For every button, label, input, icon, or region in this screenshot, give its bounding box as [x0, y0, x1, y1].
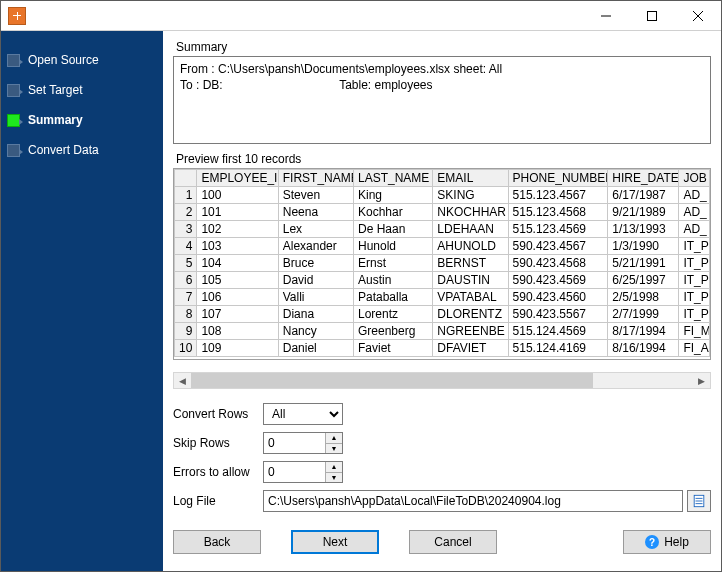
column-header[interactable]: EMAIL [433, 170, 508, 187]
cell[interactable]: 8/16/1994 [608, 340, 679, 357]
cell[interactable]: AHUNOLD [433, 238, 508, 255]
cell[interactable]: 9/21/1989 [608, 204, 679, 221]
spinner-up-icon[interactable]: ▲ [326, 462, 342, 473]
cell[interactable]: AD_ [679, 187, 710, 204]
cancel-button[interactable]: Cancel [409, 530, 497, 554]
column-header[interactable]: PHONE_NUMBER [508, 170, 608, 187]
column-header[interactable]: LAST_NAME [354, 170, 433, 187]
cell[interactable]: David [278, 272, 353, 289]
table-row[interactable]: 2101NeenaKochharNKOCHHAR515.123.45689/21… [175, 204, 710, 221]
table-row[interactable]: 6105DavidAustinDAUSTIN590.423.45696/25/1… [175, 272, 710, 289]
table-row[interactable]: 5104BruceErnstBERNST590.423.45685/21/199… [175, 255, 710, 272]
cell[interactable]: 6/17/1987 [608, 187, 679, 204]
cell[interactable]: Hunold [354, 238, 433, 255]
cell[interactable]: 590.423.4560 [508, 289, 608, 306]
spinner-down-icon[interactable]: ▼ [326, 473, 342, 483]
table-row[interactable]: 7106ValliPataballaVPATABAL590.423.45602/… [175, 289, 710, 306]
cell[interactable]: Daniel [278, 340, 353, 357]
cell[interactable]: Lorentz [354, 306, 433, 323]
cell[interactable]: IT_P [679, 289, 710, 306]
cell[interactable]: 1/3/1990 [608, 238, 679, 255]
horizontal-scrollbar[interactable]: ◀ ▶ [173, 372, 711, 389]
cell[interactable]: King [354, 187, 433, 204]
cell[interactable]: LDEHAAN [433, 221, 508, 238]
column-header[interactable]: HIRE_DATE [608, 170, 679, 187]
cell[interactable]: IT_P [679, 255, 710, 272]
maximize-button[interactable] [629, 1, 675, 31]
browse-log-button[interactable] [687, 490, 711, 512]
convert-rows-select[interactable]: All [263, 403, 343, 425]
skip-rows-spinner[interactable]: ▲ ▼ [263, 432, 343, 454]
cell[interactable]: Greenberg [354, 323, 433, 340]
cell[interactable]: 8/17/1994 [608, 323, 679, 340]
cell[interactable]: 515.123.4568 [508, 204, 608, 221]
cell[interactable]: Kochhar [354, 204, 433, 221]
table-row[interactable]: 4103AlexanderHunoldAHUNOLD590.423.45671/… [175, 238, 710, 255]
cell[interactable]: Lex [278, 221, 353, 238]
cell[interactable]: Neena [278, 204, 353, 221]
errors-spinner[interactable]: ▲ ▼ [263, 461, 343, 483]
column-header[interactable]: EMPLOYEE_ID [197, 170, 278, 187]
cell[interactable]: Valli [278, 289, 353, 306]
table-row[interactable]: 8107DianaLorentzDLORENTZ590.423.55672/7/… [175, 306, 710, 323]
preview-grid[interactable]: EMPLOYEE_IDFIRST_NAMELAST_NAMEEMAILPHONE… [173, 168, 711, 360]
help-button[interactable]: ? Help [623, 530, 711, 554]
cell[interactable]: NKOCHHAR [433, 204, 508, 221]
table-row[interactable]: 9108NancyGreenbergNGREENBE515.124.45698/… [175, 323, 710, 340]
cell[interactable]: 515.124.4169 [508, 340, 608, 357]
cell[interactable]: Ernst [354, 255, 433, 272]
cell[interactable]: IT_P [679, 306, 710, 323]
cell[interactable]: AD_ [679, 221, 710, 238]
cell[interactable]: 102 [197, 221, 278, 238]
cell[interactable]: FI_M [679, 323, 710, 340]
cell[interactable]: 103 [197, 238, 278, 255]
cell[interactable]: DAUSTIN [433, 272, 508, 289]
step-convert-data[interactable]: Convert Data [7, 135, 163, 165]
scroll-thumb[interactable] [191, 373, 593, 388]
cell[interactable]: SKING [433, 187, 508, 204]
table-row[interactable]: 10109DanielFavietDFAVIET515.124.41698/16… [175, 340, 710, 357]
logfile-input[interactable] [263, 490, 683, 512]
cell[interactable]: Steven [278, 187, 353, 204]
next-button[interactable]: Next [291, 530, 379, 554]
cell[interactable]: 515.123.4569 [508, 221, 608, 238]
minimize-button[interactable] [583, 1, 629, 31]
cell[interactable]: FI_A [679, 340, 710, 357]
cell[interactable]: BERNST [433, 255, 508, 272]
cell[interactable]: AD_ [679, 204, 710, 221]
cell[interactable]: 515.124.4569 [508, 323, 608, 340]
table-row[interactable]: 1100StevenKingSKING515.123.45676/17/1987… [175, 187, 710, 204]
back-button[interactable]: Back [173, 530, 261, 554]
cell[interactable]: VPATABAL [433, 289, 508, 306]
column-header[interactable]: FIRST_NAME [278, 170, 353, 187]
cell[interactable]: 106 [197, 289, 278, 306]
cell[interactable]: 101 [197, 204, 278, 221]
cell[interactable]: 590.423.4569 [508, 272, 608, 289]
skip-rows-input[interactable] [264, 433, 325, 453]
cell[interactable]: Diana [278, 306, 353, 323]
cell[interactable]: 105 [197, 272, 278, 289]
errors-input[interactable] [264, 462, 325, 482]
cell[interactable]: IT_P [679, 238, 710, 255]
spinner-up-icon[interactable]: ▲ [326, 433, 342, 444]
step-summary[interactable]: Summary [7, 105, 163, 135]
cell[interactable]: 590.423.4567 [508, 238, 608, 255]
cell[interactable]: Bruce [278, 255, 353, 272]
scroll-right-icon[interactable]: ▶ [693, 373, 710, 388]
cell[interactable]: Austin [354, 272, 433, 289]
cell[interactable]: 100 [197, 187, 278, 204]
cell[interactable]: 590.423.4568 [508, 255, 608, 272]
cell[interactable]: Faviet [354, 340, 433, 357]
step-set-target[interactable]: Set Target [7, 75, 163, 105]
cell[interactable]: DLORENTZ [433, 306, 508, 323]
cell[interactable]: IT_P [679, 272, 710, 289]
close-button[interactable] [675, 1, 721, 31]
scroll-left-icon[interactable]: ◀ [174, 373, 191, 388]
cell[interactable]: 2/7/1999 [608, 306, 679, 323]
cell[interactable]: 515.123.4567 [508, 187, 608, 204]
cell[interactable]: Alexander [278, 238, 353, 255]
table-row[interactable]: 3102LexDe HaanLDEHAAN515.123.45691/13/19… [175, 221, 710, 238]
column-header[interactable]: JOB [679, 170, 710, 187]
cell[interactable]: DFAVIET [433, 340, 508, 357]
cell[interactable]: NGREENBE [433, 323, 508, 340]
